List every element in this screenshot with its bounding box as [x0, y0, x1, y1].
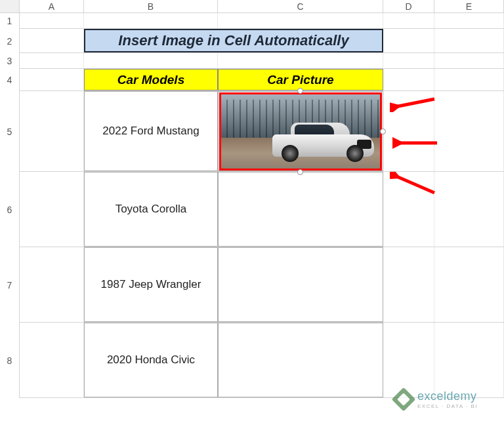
row-header-8[interactable]: 8 — [0, 323, 20, 398]
cell-d2[interactable] — [383, 29, 434, 52]
cell-e1[interactable] — [434, 13, 504, 28]
watermark: exceldemy EXCEL · DATA · BI — [395, 390, 478, 409]
selection-handle-right[interactable] — [380, 129, 386, 134]
header-car-models[interactable]: Car Models — [84, 69, 218, 90]
row-header-3[interactable]: 3 — [0, 53, 20, 69]
car-image-mustang[interactable] — [219, 92, 382, 170]
cell-c8[interactable] — [218, 323, 383, 397]
annotation-arrow-middle — [392, 136, 440, 150]
cell-d4[interactable] — [383, 69, 434, 90]
annotation-arrow-top — [390, 96, 437, 112]
cell-a6[interactable] — [20, 172, 84, 247]
svg-line-5 — [395, 176, 434, 193]
cell-a5[interactable] — [20, 91, 84, 171]
row-8: 8 2020 Honda Civic — [0, 323, 504, 398]
cell-e3[interactable] — [434, 53, 504, 68]
cell-b5[interactable]: 2022 Ford Mustang — [84, 91, 218, 171]
row-header-2[interactable]: 2 — [0, 29, 20, 53]
select-all-corner[interactable] — [0, 0, 20, 13]
cell-d8[interactable] — [383, 323, 434, 397]
cell-d1[interactable] — [383, 13, 434, 28]
row-7: 7 1987 Jeep Wrangler — [0, 247, 504, 323]
cell-a4[interactable] — [20, 69, 84, 90]
cell-e4[interactable] — [434, 69, 504, 90]
svg-line-1 — [395, 99, 434, 107]
cell-e5[interactable] — [434, 91, 504, 171]
column-headers-row: A B C D E — [0, 0, 504, 13]
cell-a2[interactable] — [20, 29, 84, 52]
watermark-icon — [392, 388, 416, 412]
row-header-7[interactable]: 7 — [0, 247, 20, 323]
row-3: 3 — [0, 53, 504, 69]
col-header-e[interactable]: E — [434, 0, 504, 12]
row-header-5[interactable]: 5 — [0, 91, 20, 172]
row-4: 4 Car Models Car Picture — [0, 69, 504, 91]
cell-a1[interactable] — [20, 13, 84, 28]
selection-handle-bottom[interactable] — [297, 169, 303, 175]
cell-a8[interactable] — [20, 323, 84, 397]
col-header-a[interactable]: A — [20, 0, 84, 12]
cell-b1[interactable] — [84, 13, 218, 28]
cell-a3[interactable] — [20, 53, 84, 68]
cell-e2[interactable] — [434, 29, 504, 52]
cell-d7[interactable] — [383, 247, 434, 322]
selection-handle-top[interactable] — [297, 88, 303, 94]
cell-e6[interactable] — [434, 172, 504, 247]
watermark-subtitle: EXCEL · DATA · BI — [417, 403, 478, 409]
cell-e8[interactable] — [434, 323, 504, 397]
cell-c1[interactable] — [218, 13, 383, 28]
cell-d3[interactable] — [383, 53, 434, 68]
cell-c3[interactable] — [218, 53, 383, 68]
row-1: 1 — [0, 13, 504, 29]
row-header-1[interactable]: 1 — [0, 13, 20, 29]
cell-e7[interactable] — [434, 247, 504, 322]
cell-b3[interactable] — [84, 53, 218, 68]
image-car-body — [272, 123, 374, 159]
cell-b6[interactable]: Toyota Corolla — [84, 172, 218, 247]
cell-b8[interactable]: 2020 Honda Civic — [84, 323, 218, 397]
cell-c6[interactable] — [218, 172, 383, 247]
row-header-6[interactable]: 6 — [0, 172, 20, 247]
col-header-c[interactable]: C — [218, 0, 383, 12]
title-cell[interactable]: Insert Image in Cell Automatically — [84, 29, 383, 52]
cell-c7[interactable] — [218, 247, 383, 322]
cell-b7[interactable]: 1987 Jeep Wrangler — [84, 247, 218, 322]
cell-a7[interactable] — [20, 247, 84, 322]
row-header-4[interactable]: 4 — [0, 69, 20, 91]
annotation-arrow-bottom — [390, 172, 437, 195]
watermark-title: exceldemy — [417, 390, 478, 403]
col-header-d[interactable]: D — [383, 0, 434, 12]
spreadsheet: A B C D E 1 2 Insert Image in Cell Autom… — [0, 0, 504, 421]
col-header-b[interactable]: B — [84, 0, 218, 12]
row-2: 2 Insert Image in Cell Automatically — [0, 29, 504, 53]
